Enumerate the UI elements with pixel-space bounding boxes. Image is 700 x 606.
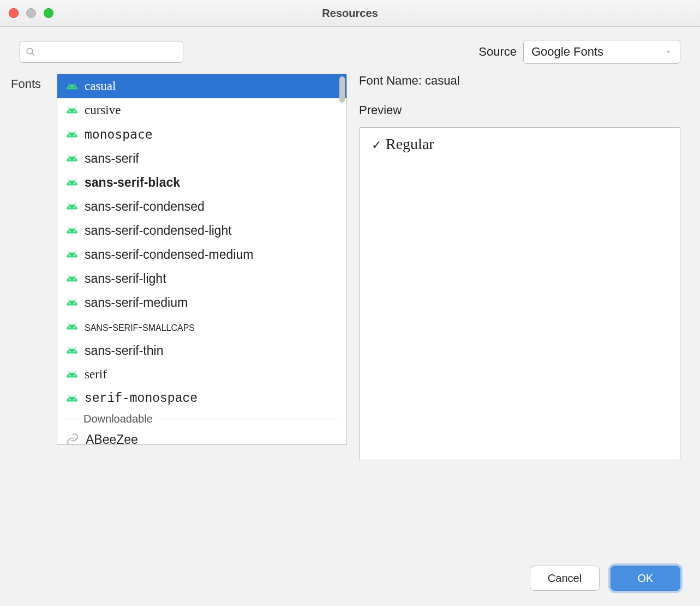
font-name-value: casual — [425, 74, 460, 87]
search-icon — [26, 47, 35, 57]
android-icon — [66, 80, 78, 92]
font-name: serif-monospace — [85, 391, 198, 406]
android-icon — [66, 224, 78, 236]
scrollbar-thumb[interactable] — [339, 76, 345, 103]
font-name: sans-serif — [85, 151, 139, 166]
titlebar: Resources — [0, 0, 700, 27]
font-row[interactable]: sans-serif-condensed — [57, 194, 346, 218]
font-row[interactable]: sans-serif — [57, 146, 346, 170]
font-row[interactable]: sans-serif-light — [57, 266, 346, 290]
font-name: sans-serif-medium — [85, 295, 188, 310]
font-name: sans-serif-black — [85, 175, 180, 190]
font-name-label: Font Name: — [359, 74, 422, 87]
left-column: Fonts casual cursive monospace sans-seri… — [11, 74, 347, 566]
font-name: sans-serif-thin — [85, 343, 163, 358]
source-label: Source — [478, 45, 517, 59]
font-name: serif — [85, 367, 107, 382]
window-title: Resources — [322, 7, 378, 20]
search-input[interactable] — [40, 46, 177, 58]
check-icon: ✓ — [372, 138, 381, 152]
android-icon — [66, 320, 78, 332]
font-name: cursive — [85, 103, 121, 117]
font-row[interactable]: sans-serif-medium — [57, 290, 346, 314]
android-icon — [66, 152, 78, 164]
preview-box: ✓Regular — [359, 127, 680, 460]
minimize-window-icon[interactable] — [26, 8, 36, 18]
ok-button[interactable]: OK — [611, 566, 680, 591]
preview-label: Preview — [359, 103, 680, 117]
android-icon — [66, 248, 78, 260]
link-icon — [66, 433, 79, 444]
font-row[interactable]: sans-serif-condensed-light — [57, 218, 346, 242]
font-name-readout: Font Name: casual — [359, 74, 680, 88]
downloadable-header: Downloadable — [83, 413, 153, 425]
font-name: sans-serif-condensed-light — [85, 223, 232, 238]
close-window-icon[interactable] — [9, 8, 19, 18]
font-row[interactable]: sans-serif-thin — [57, 338, 346, 363]
font-name: sans-serif-condensed — [85, 199, 205, 214]
android-icon — [66, 393, 78, 405]
android-icon — [66, 104, 78, 116]
android-icon — [66, 369, 78, 381]
font-name: monospace — [85, 127, 153, 141]
font-row[interactable]: sans-serif-black — [57, 170, 346, 194]
font-row[interactable]: casual — [57, 74, 346, 98]
font-list[interactable]: casual cursive monospace sans-serif sans… — [57, 74, 347, 445]
main-content: Fonts casual cursive monospace sans-seri… — [0, 64, 700, 566]
svg-line-1 — [32, 53, 34, 56]
font-row[interactable]: cursive — [57, 98, 346, 122]
right-column: Font Name: casual Preview ✓Regular — [359, 74, 680, 566]
cancel-button[interactable]: Cancel — [530, 566, 600, 591]
font-row[interactable]: monospace — [57, 122, 346, 146]
preview-style: Regular — [386, 135, 434, 152]
downloadable-separator: Downloadable — [57, 411, 346, 427]
android-icon — [66, 176, 78, 188]
toolbar: Source Google Fonts — [0, 27, 700, 64]
font-row[interactable]: sans-serif-smallcaps — [57, 314, 346, 338]
android-icon — [66, 272, 78, 284]
font-name: ABeeZee — [86, 432, 138, 445]
dialog-footer: Cancel OK — [0, 566, 700, 606]
font-row[interactable]: serif — [57, 363, 346, 387]
font-name: sans-serif-light — [85, 271, 166, 286]
font-row[interactable]: sans-serif-condensed-medium — [57, 242, 346, 266]
android-icon — [66, 296, 78, 308]
search-field[interactable] — [20, 41, 183, 63]
font-name: sans-serif-smallcaps — [85, 319, 195, 334]
chevron-down-icon — [665, 45, 672, 59]
font-name: sans-serif-condensed-medium — [85, 247, 253, 262]
android-icon — [66, 344, 78, 357]
source-value: Google Fonts — [531, 45, 603, 59]
source-chooser: Source Google Fonts — [478, 40, 680, 64]
svg-point-0 — [27, 48, 33, 54]
window-controls — [9, 8, 53, 18]
font-name: casual — [85, 79, 116, 93]
font-row[interactable]: serif-monospace — [57, 387, 346, 411]
android-icon — [66, 128, 78, 140]
zoom-window-icon[interactable] — [44, 8, 53, 18]
source-select[interactable]: Google Fonts — [523, 40, 680, 64]
fonts-label: Fonts — [11, 74, 47, 566]
android-icon — [66, 200, 78, 212]
font-row[interactable]: ABeeZee — [57, 427, 346, 444]
